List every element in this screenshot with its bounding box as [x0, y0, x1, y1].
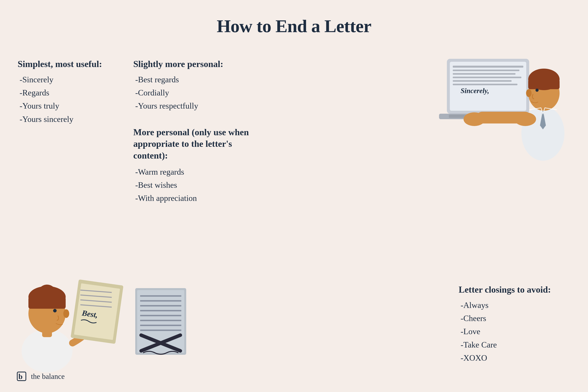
rejected-letter-illustration [133, 286, 188, 357]
svg-point-29 [63, 309, 69, 318]
svg-text:Sincerely,: Sincerely, [460, 87, 489, 95]
svg-point-16 [526, 89, 532, 97]
avoid-item-4: -Take Care [459, 338, 572, 352]
avoid-item-3: -Love [459, 325, 572, 338]
avoid-item-1: -Always [459, 299, 572, 312]
svg-rect-6 [453, 80, 512, 82]
woman-reading-illustration: Best, [12, 247, 129, 368]
more-personal-item-1: -Warm regards [133, 166, 251, 178]
svg-rect-5 [453, 77, 521, 78]
more-personal-heading: More personal (only use when appropriate… [133, 126, 251, 162]
svg-point-17 [536, 88, 538, 92]
svg-text:b: b [18, 372, 22, 381]
laptop-illustration: Sincerely, [431, 47, 568, 161]
slightly-item-3: -Yours respectfully [133, 99, 251, 112]
logo-icon: b [16, 370, 28, 382]
simplest-item-1: -Sincerely [18, 73, 102, 86]
slightly-item-1: -Best regards [133, 73, 251, 86]
simplest-item-3: -Yours truly [18, 99, 102, 112]
avoid-heading: Letter closings to avoid: [459, 284, 572, 295]
logo-area: b the balance [16, 370, 65, 382]
svg-rect-7 [453, 84, 518, 85]
avoid-item-5: -XOXO [459, 352, 572, 364]
svg-rect-4 [453, 73, 516, 75]
svg-point-28 [38, 284, 56, 304]
svg-point-30 [53, 309, 57, 312]
simplest-item-2: -Regards [18, 86, 102, 99]
avoid-section: Letter closings to avoid: -Always -Cheer… [459, 284, 572, 364]
svg-rect-15 [528, 80, 560, 89]
svg-point-22 [514, 112, 536, 126]
simplest-item-4: -Yours sincerely [18, 113, 102, 126]
svg-rect-2 [453, 66, 523, 68]
slightly-personal-heading: Slightly more personal: [133, 59, 251, 69]
logo-text: the balance [31, 372, 65, 381]
page-title: How to End a Letter [0, 0, 588, 36]
more-personal-item-3: -With appreciation [133, 192, 251, 205]
more-personal-item-2: -Best wishes [133, 178, 251, 192]
avoid-item-2: -Cheers [459, 312, 572, 325]
slightly-item-2: -Cordially [133, 86, 251, 99]
svg-rect-3 [453, 70, 520, 71]
svg-point-21 [464, 112, 485, 126]
simplest-heading: Simplest, most useful: [18, 59, 102, 69]
svg-rect-1 [450, 62, 526, 111]
